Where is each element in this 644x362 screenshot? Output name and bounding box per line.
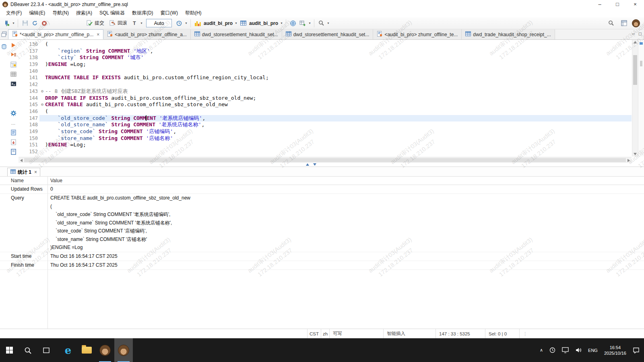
internet-explorer-button[interactable]: e bbox=[59, 338, 77, 362]
column-header-name[interactable]: Name bbox=[0, 177, 47, 185]
result-value-cell[interactable]: 0 bbox=[47, 185, 644, 193]
result-grid-icon[interactable] bbox=[10, 71, 17, 78]
schema-selector[interactable]: audit_bi_pro bbox=[248, 21, 279, 26]
stop-icon[interactable] bbox=[39, 19, 49, 28]
tray-language-indicator[interactable]: ENG bbox=[585, 338, 601, 362]
close-results-tab-icon[interactable]: × bbox=[34, 169, 37, 175]
minimize-window-button[interactable]: – bbox=[591, 0, 609, 9]
result-name-cell[interactable]: Start time bbox=[0, 252, 47, 261]
maximize-window-button[interactable]: □ bbox=[609, 0, 626, 9]
editor-results-splitter[interactable] bbox=[0, 163, 644, 167]
overflow-menu-icon[interactable]: … bbox=[10, 119, 17, 126]
horizontal-scrollbar[interactable] bbox=[19, 157, 632, 163]
result-value-cell[interactable]: CREATE TABLE audit_bi_pro.custom_offline… bbox=[47, 194, 644, 252]
menu-item-window[interactable]: 窗口(W) bbox=[157, 9, 182, 17]
vertical-scrollbar-thumb[interactable] bbox=[633, 55, 637, 85]
ruler-mark-range[interactable] bbox=[640, 61, 642, 66]
commit-button[interactable]: 提交 bbox=[84, 19, 107, 27]
menu-item-file[interactable]: 文件(F) bbox=[2, 9, 25, 17]
perspective-icon[interactable] bbox=[619, 19, 629, 28]
schema-selector-dropdown-icon[interactable]: ▾ bbox=[279, 21, 284, 25]
fold-marker-icon[interactable]: ⊖ bbox=[39, 101, 45, 108]
dbeaver-taskbar-button-2[interactable] bbox=[114, 338, 133, 362]
minimize-editor-area-icon[interactable]: – bbox=[632, 31, 635, 37]
export-dropdown-icon[interactable]: ▾ bbox=[308, 21, 312, 25]
menu-item-edit[interactable]: 编辑(E) bbox=[25, 9, 49, 17]
column-divider[interactable] bbox=[47, 177, 48, 329]
settings-gear-icon[interactable] bbox=[10, 110, 17, 117]
result-name-cell[interactable]: Finish time bbox=[0, 261, 47, 269]
splitter-down-icon[interactable] bbox=[313, 163, 316, 166]
result-value-cell[interactable]: Thu Oct 16 16:54:17 CST 2025 bbox=[47, 261, 644, 269]
globe-icon[interactable] bbox=[288, 19, 298, 28]
tray-clock[interactable]: 16:54 2025/10/16 bbox=[601, 338, 629, 362]
restore-view-icon[interactable] bbox=[1, 31, 7, 39]
scroll-up-icon[interactable] bbox=[632, 40, 638, 45]
editor-tab-1[interactable]: *<audit_bi_pro> zhumr_offline_p...× bbox=[8, 29, 103, 39]
menu-item-help[interactable]: 帮助(H) bbox=[182, 9, 205, 17]
explain-plan-icon[interactable] bbox=[10, 61, 17, 68]
menu-item-search[interactable]: 搜索(A) bbox=[72, 9, 96, 17]
ruler-mark-caret[interactable] bbox=[640, 42, 643, 45]
editor-tab-6[interactable]: dwd_trade_hkaudit_shop_receipt_... bbox=[462, 29, 555, 39]
quick-search-icon[interactable] bbox=[606, 19, 616, 28]
action-center-icon[interactable] bbox=[630, 338, 642, 362]
editor-tab-4[interactable]: dwd_storesettlement_hkaudit_set... bbox=[282, 29, 374, 39]
task-view-button[interactable] bbox=[37, 338, 56, 362]
transaction-log-icon[interactable] bbox=[174, 19, 184, 28]
scroll-right-icon[interactable] bbox=[627, 159, 630, 162]
horizontal-scrollbar-thumb[interactable] bbox=[24, 158, 626, 162]
dbeaver-mascot-icon[interactable] bbox=[632, 19, 640, 27]
result-value-cell[interactable]: Thu Oct 16 16:54:17 CST 2025 bbox=[47, 252, 644, 261]
editor-tab-5[interactable]: <audit_bi_pro> zhumr_offline_te... bbox=[373, 29, 462, 39]
new-script-icon[interactable] bbox=[10, 129, 17, 136]
tray-display-icon[interactable] bbox=[559, 338, 572, 362]
close-window-button[interactable]: × bbox=[626, 0, 644, 9]
sql-editor[interactable]: 136(137 `region` String COMMENT '地区',138… bbox=[19, 40, 644, 163]
open-script-icon[interactable] bbox=[10, 148, 17, 155]
rollback-button[interactable]: 回滚 bbox=[107, 19, 130, 27]
transaction-log-dropdown-icon[interactable]: ▾ bbox=[184, 21, 188, 25]
search-menu-icon[interactable] bbox=[316, 19, 326, 28]
menu-item-database[interactable]: 数据库(D) bbox=[128, 9, 157, 17]
open-console-icon[interactable] bbox=[10, 80, 17, 87]
refresh-icon[interactable] bbox=[30, 19, 39, 28]
save-script-icon[interactable] bbox=[10, 139, 17, 146]
start-button[interactable] bbox=[0, 338, 19, 362]
status-caret-position[interactable]: 147 : 33 : 5325 bbox=[436, 329, 485, 338]
menu-item-navigate[interactable]: 导航(N) bbox=[49, 9, 72, 17]
maximize-editor-area-icon[interactable]: □ bbox=[639, 31, 642, 37]
file-explorer-button[interactable] bbox=[77, 338, 96, 362]
taskbar-search-button[interactable] bbox=[19, 338, 37, 362]
commit-mode-select[interactable]: Auto bbox=[146, 19, 172, 27]
execute-statement-icon[interactable] bbox=[10, 42, 17, 49]
new-connection-dropdown-icon[interactable]: ▾ bbox=[11, 21, 16, 25]
tray-volume-icon[interactable] bbox=[572, 338, 584, 362]
save-icon[interactable] bbox=[20, 19, 30, 28]
scroll-down-icon[interactable] bbox=[632, 152, 638, 156]
result-name-cell[interactable]: Query bbox=[0, 194, 47, 252]
scroll-left-icon[interactable] bbox=[20, 159, 23, 162]
text-transform-dropdown-icon[interactable]: ▾ bbox=[139, 21, 144, 25]
status-insert-mode[interactable]: 智能插入 bbox=[383, 329, 436, 338]
menu-item-sql-editor[interactable]: SQL 编辑器 bbox=[96, 9, 128, 17]
column-header-value[interactable]: Value bbox=[47, 177, 644, 185]
fold-marker-icon[interactable]: ⊖ bbox=[39, 88, 45, 95]
editor-tab-2[interactable]: <audit_bi_pro> zhumr_offline_a... bbox=[103, 29, 191, 39]
editor-tab-3[interactable]: dwd_storesettlement_hkaudit_set... bbox=[191, 29, 282, 39]
database-selector-dropdown-icon[interactable]: ▾ bbox=[234, 21, 238, 25]
dbeaver-taskbar-button-1[interactable] bbox=[96, 338, 114, 362]
search-menu-dropdown-icon[interactable]: ▾ bbox=[326, 21, 330, 25]
execute-script-icon[interactable] bbox=[10, 51, 17, 58]
result-name-cell[interactable]: Updated Rows bbox=[0, 185, 47, 193]
splitter-up-icon[interactable] bbox=[306, 163, 309, 166]
export-icon[interactable] bbox=[298, 19, 308, 28]
tab-close-icon[interactable]: × bbox=[97, 32, 99, 37]
text-transform-icon[interactable]: T bbox=[130, 19, 139, 28]
tray-chevron-icon[interactable]: ∧ bbox=[537, 338, 546, 362]
tab-statistics[interactable]: 统计 1 × bbox=[7, 168, 40, 177]
database-navigator-icon[interactable] bbox=[1, 43, 8, 50]
new-connection-icon[interactable] bbox=[2, 19, 11, 28]
database-selector[interactable]: audit_bi_pro bbox=[202, 21, 234, 26]
tray-clock-icon[interactable] bbox=[547, 338, 558, 362]
